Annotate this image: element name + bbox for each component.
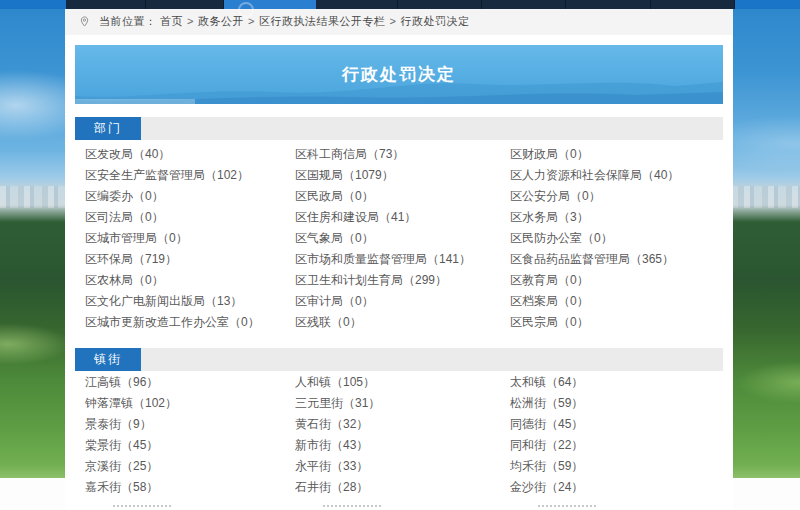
list-item[interactable]: 区民防办公室（0） xyxy=(510,228,721,249)
list-item[interactable]: 区公安分局（0） xyxy=(510,186,721,207)
breadcrumb: 当前位置： 首页>政务公开>区行政执法结果公开专栏>行政处罚决定 xyxy=(99,14,469,29)
list-item[interactable]: 江高镇（96） xyxy=(85,372,295,393)
list-item[interactable]: 区农林局（0） xyxy=(85,270,295,291)
location-pin-icon xyxy=(79,16,90,27)
breadcrumb-link[interactable]: 区行政执法结果公开专栏 xyxy=(259,15,386,27)
nav-segment[interactable] xyxy=(482,0,566,9)
list-item[interactable]: 三元里街（31） xyxy=(295,393,510,414)
list-item[interactable]: 永平街（33） xyxy=(295,456,510,477)
list-item[interactable]: 均禾街（59） xyxy=(510,456,721,477)
list-item[interactable]: 区残联（0） xyxy=(295,312,510,333)
nav-segment[interactable] xyxy=(651,0,735,9)
clipped-text-fragment xyxy=(323,505,381,510)
list-item[interactable]: 区民宗局（0） xyxy=(510,312,721,333)
breadcrumb-link[interactable]: 政务公开 xyxy=(198,15,244,27)
nav-segment[interactable] xyxy=(0,0,66,9)
page-banner: 行政处罚决定 xyxy=(75,45,723,104)
list-item[interactable]: 区食品药品监督管理局（365） xyxy=(510,249,721,270)
list-item[interactable]: 区发改局（40） xyxy=(85,144,295,165)
breadcrumb-separator: > xyxy=(187,15,194,27)
list-item[interactable]: 钟落潭镇（102） xyxy=(85,393,295,414)
list-item[interactable]: 区住房和建设局（41） xyxy=(295,207,510,228)
nav-segment-active[interactable] xyxy=(224,0,316,9)
towns-section-bar: 镇街 xyxy=(75,348,723,371)
list-item[interactable]: 同德街（45） xyxy=(510,414,721,435)
list-item[interactable]: 区司法局（0） xyxy=(85,207,295,228)
list-item[interactable]: 石井街（28） xyxy=(295,477,510,498)
nav-segment[interactable] xyxy=(316,0,398,9)
page: 当前位置： 首页>政务公开>区行政执法结果公开专栏>行政处罚决定 行政处罚决定 … xyxy=(0,0,800,510)
breadcrumb-link[interactable]: 行政处罚决定 xyxy=(400,15,469,27)
top-navigation-bar xyxy=(0,0,800,9)
list-item[interactable]: 区环保局（719） xyxy=(85,249,295,270)
list-item[interactable]: 区气象局（0） xyxy=(295,228,510,249)
nav-segment[interactable] xyxy=(398,0,482,9)
list-item[interactable]: 区教育局（0） xyxy=(510,270,721,291)
nav-segment[interactable] xyxy=(735,0,800,9)
list-item[interactable]: 区人力资源和社会保障局（40） xyxy=(510,165,721,186)
list-item[interactable]: 区水务局（3） xyxy=(510,207,721,228)
clipped-text-fragment xyxy=(113,505,171,510)
tab-departments[interactable]: 部门 xyxy=(75,117,141,140)
content-panel: 当前位置： 首页>政务公开>区行政执法结果公开专栏>行政处罚决定 行政处罚决定 … xyxy=(65,8,733,510)
list-item[interactable]: 区安全生产监督管理局（102） xyxy=(85,165,295,186)
list-item[interactable]: 区编委办（0） xyxy=(85,186,295,207)
list-item[interactable]: 黄石街（32） xyxy=(295,414,510,435)
list-item[interactable]: 棠景街（45） xyxy=(85,435,295,456)
breadcrumb-prefix: 当前位置： xyxy=(99,15,160,27)
nav-segment[interactable] xyxy=(66,0,146,9)
list-item[interactable]: 区科工商信局（73） xyxy=(295,144,510,165)
list-item[interactable]: 区城市管理局（0） xyxy=(85,228,295,249)
clipped-next-row xyxy=(85,505,721,510)
list-item[interactable]: 区城市更新改造工作办公室（0） xyxy=(85,312,295,333)
list-item[interactable]: 区审计局（0） xyxy=(295,291,510,312)
breadcrumb-bar: 当前位置： 首页>政务公开>区行政执法结果公开专栏>行政处罚决定 xyxy=(65,8,733,35)
nav-segment[interactable] xyxy=(146,0,224,9)
list-item[interactable]: 区卫生和计划生育局（299） xyxy=(295,270,510,291)
list-item[interactable]: 京溪街（25） xyxy=(85,456,295,477)
clipped-text-fragment xyxy=(538,505,596,510)
list-item[interactable]: 松洲街（59） xyxy=(510,393,721,414)
list-item[interactable]: 区财政局（0） xyxy=(510,144,721,165)
tab-towns[interactable]: 镇街 xyxy=(75,348,141,371)
departments-section-bar: 部门 xyxy=(75,117,723,140)
list-item[interactable]: 景泰街（9） xyxy=(85,414,295,435)
list-item[interactable]: 区文化广电新闻出版局（13） xyxy=(85,291,295,312)
list-item[interactable]: 区国规局（1079） xyxy=(295,165,510,186)
list-item[interactable]: 金沙街（24） xyxy=(510,477,721,498)
breadcrumb-separator: > xyxy=(389,15,396,27)
towns-list: 江高镇（96）人和镇（105）太和镇（64）钟落潭镇（102）三元里街（31）松… xyxy=(85,372,721,498)
list-item[interactable]: 太和镇（64） xyxy=(510,372,721,393)
list-item[interactable]: 区市场和质量监督管理局（141） xyxy=(295,249,510,270)
page-title: 行政处罚决定 xyxy=(75,63,723,86)
breadcrumb-link[interactable]: 首页 xyxy=(160,15,183,27)
list-item[interactable]: 区档案局（0） xyxy=(510,291,721,312)
list-item[interactable]: 新市街（43） xyxy=(295,435,510,456)
list-item[interactable]: 同和街（22） xyxy=(510,435,721,456)
departments-list: 区发改局（40）区科工商信局（73）区财政局（0）区安全生产监督管理局（102）… xyxy=(85,144,721,333)
list-item[interactable]: 人和镇（105） xyxy=(295,372,510,393)
nav-segment[interactable] xyxy=(566,0,651,9)
list-item[interactable]: 区民政局（0） xyxy=(295,186,510,207)
list-item[interactable]: 嘉禾街（58） xyxy=(85,477,295,498)
